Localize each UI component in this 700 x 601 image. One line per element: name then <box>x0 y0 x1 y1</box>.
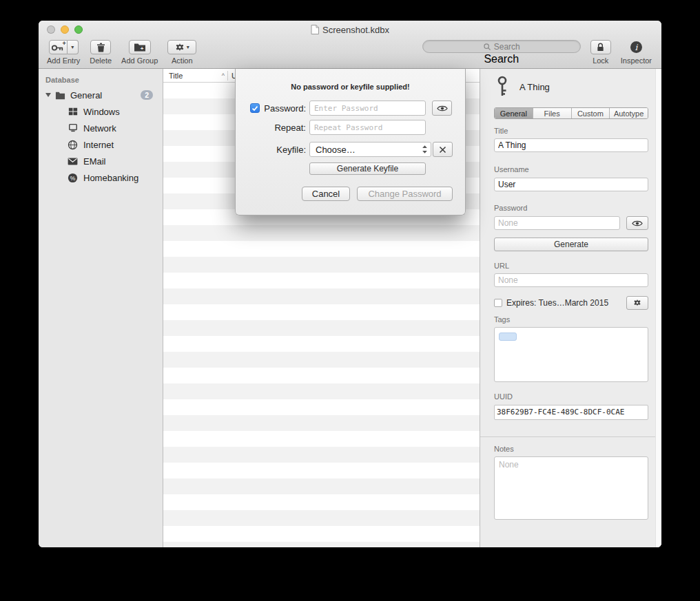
document-icon <box>311 25 319 34</box>
trash-icon[interactable] <box>90 40 111 54</box>
action-button[interactable]: ▾ Action <box>167 40 196 65</box>
sort-ascending-icon: ^ <box>222 72 225 79</box>
uuid-label: UUID <box>494 392 513 401</box>
sidebar-item-label: Network <box>83 123 116 134</box>
key-icon <box>495 76 509 98</box>
title-field-label: Title <box>494 127 508 135</box>
generate-password-button[interactable]: Generate <box>494 238 648 251</box>
keyfile-popup-value: Choose… <box>316 145 356 155</box>
tab-custom[interactable]: Custom <box>572 108 610 118</box>
gear-icon[interactable]: ▾ <box>167 40 196 54</box>
url-field-label: URL <box>494 262 509 270</box>
uuid-field[interactable]: 38F629B7-FC4E-489C-8DCF-0CAE <box>494 405 648 420</box>
sheet-repeat-input[interactable] <box>309 120 426 135</box>
change-password-sheet: No password or keyfile supplied! Passwor… <box>235 69 466 215</box>
lock-label: Lock <box>593 56 608 65</box>
close-button[interactable] <box>47 25 55 34</box>
add-entry-button[interactable]: + ▾ Add Entry <box>47 40 80 65</box>
username-field-label: Username <box>494 165 529 173</box>
expires-checkbox[interactable] <box>494 299 502 307</box>
network-icon <box>68 123 78 134</box>
internet-icon <box>68 140 78 150</box>
sidebar-group-general[interactable]: General 2 <box>39 87 163 103</box>
lock-button[interactable]: Lock <box>590 40 611 65</box>
sheet-reveal-password-button[interactable] <box>432 101 452 116</box>
tab-files[interactable]: Files <box>533 108 572 118</box>
inspector-scrollbar[interactable] <box>655 69 661 547</box>
email-icon <box>68 156 78 167</box>
traffic-lights <box>47 25 83 34</box>
cancel-button[interactable]: Cancel <box>302 187 350 201</box>
sidebar-item-internet[interactable]: Internet <box>39 136 163 153</box>
add-group-label: Add Group <box>121 56 158 65</box>
search-placeholder: Search <box>494 42 520 52</box>
entry-count-badge: 2 <box>141 90 153 100</box>
password-field[interactable] <box>494 216 620 230</box>
sidebar-item-windows[interactable]: Windows <box>39 103 163 120</box>
lock-icon[interactable] <box>590 40 611 54</box>
plus-icon: + <box>62 40 65 47</box>
info-icon[interactable]: i <box>630 41 642 53</box>
sheet-repeat-label: Repeat: <box>236 123 306 133</box>
sidebar-item-homebanking[interactable]: % Homebanking <box>39 169 163 186</box>
reveal-password-button[interactable] <box>626 216 648 230</box>
column-title-label: Title <box>169 72 183 80</box>
inspector-button[interactable]: i Inspector <box>621 40 652 65</box>
sidebar-section-header: Database <box>39 73 163 87</box>
tab-autotype[interactable]: Autotype <box>610 108 648 118</box>
notes-label: Notes <box>494 445 514 453</box>
sidebar-item-email[interactable]: EMail <box>39 153 163 169</box>
chevron-down-icon[interactable]: ▾ <box>68 40 79 54</box>
tag-chip[interactable] <box>499 333 517 341</box>
inspector-label: Inspector <box>621 56 652 65</box>
folder-plus-icon[interactable]: + <box>129 40 151 54</box>
svg-text:%: % <box>70 174 76 181</box>
tab-general[interactable]: General <box>495 108 533 118</box>
tags-label: Tags <box>494 315 510 324</box>
generate-keyfile-button[interactable]: Generate Keyfile <box>309 162 426 175</box>
app-window: Screenshot.kdbx + ▾ Add Entry Delete <box>39 21 661 547</box>
toolbar: + ▾ Add Entry Delete + Add Group <box>39 39 661 69</box>
search-input[interactable]: Search <box>422 40 581 53</box>
minimize-button[interactable] <box>61 25 69 34</box>
uuid-value: 38F629B7-FC4E-489C-8DCF-0CAE <box>497 408 624 417</box>
change-password-button[interactable]: Change Password <box>357 187 453 201</box>
add-entry-label: Add Entry <box>47 56 80 65</box>
expires-settings-button[interactable] <box>626 296 648 310</box>
sidebar-item-label: EMail <box>83 156 106 167</box>
window-content: Database General 2 Windows Network <box>39 69 661 547</box>
gear-icon <box>633 299 641 307</box>
sidebar-item-network[interactable]: Network <box>39 120 163 136</box>
key-plus-icon[interactable]: + <box>49 40 68 54</box>
delete-button[interactable]: Delete <box>90 40 112 65</box>
zoom-button[interactable] <box>74 25 83 34</box>
windows-icon <box>68 107 78 117</box>
column-header-title[interactable]: Title ^ <box>163 72 227 80</box>
sheet-password-label: Password: <box>236 103 306 114</box>
titlebar: Screenshot.kdbx <box>39 21 661 39</box>
add-group-button[interactable]: + Add Group <box>121 40 158 65</box>
url-field[interactable] <box>494 273 648 287</box>
expires-label: Expires: Tues…March 2015 <box>506 298 608 308</box>
close-icon <box>439 146 446 154</box>
action-label: Action <box>172 56 193 65</box>
homebanking-icon: % <box>68 173 78 183</box>
entry-title: A Thing <box>519 82 550 92</box>
folder-icon <box>55 90 65 101</box>
username-field[interactable] <box>494 178 648 191</box>
notes-field[interactable] <box>494 456 648 520</box>
clear-keyfile-button[interactable] <box>433 142 453 157</box>
inspector-divider <box>480 436 661 437</box>
disclosure-triangle-icon[interactable] <box>45 93 51 97</box>
sidebar-item-label: Windows <box>83 107 120 117</box>
keyfile-popup-button[interactable]: Choose… <box>309 142 431 157</box>
search-icon <box>483 43 491 51</box>
tags-field[interactable] <box>494 327 648 382</box>
sidebar: Database General 2 Windows Network <box>39 69 163 547</box>
title-field[interactable] <box>494 138 648 152</box>
password-field-label: Password <box>494 204 527 212</box>
inspector-tabs: General Files Custom Autotype <box>494 107 648 119</box>
sheet-password-input[interactable] <box>309 101 426 116</box>
expires-row: Expires: Tues…March 2015 <box>494 296 648 310</box>
window-chrome: Screenshot.kdbx + ▾ Add Entry Delete <box>39 21 661 69</box>
